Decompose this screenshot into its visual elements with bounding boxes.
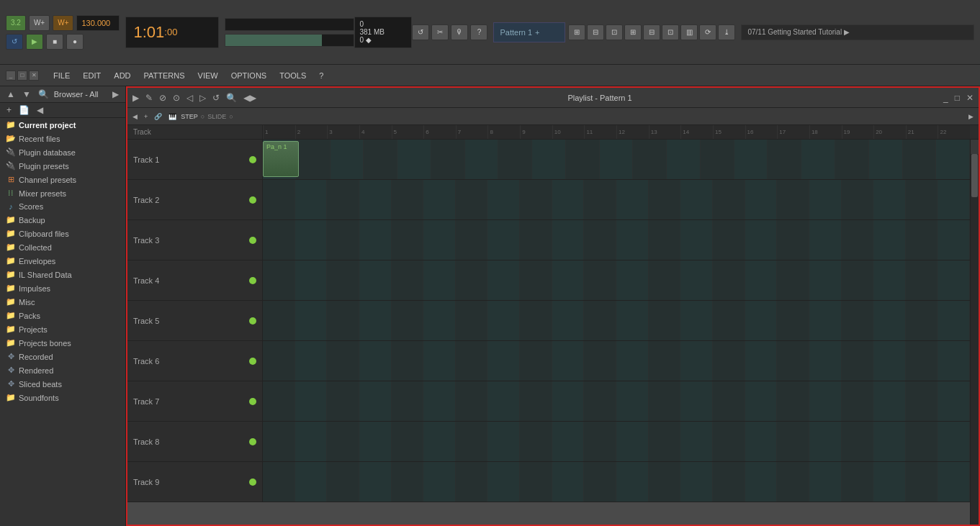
track-5-label[interactable]: Track 5: [127, 301, 263, 340]
pl-erase-btn[interactable]: ⊘: [157, 90, 168, 106]
menu-help[interactable]: ?: [313, 68, 329, 83]
sidebar-item-recent-files[interactable]: 📂 Recent files: [0, 132, 125, 145]
track-5-cells[interactable]: [263, 301, 970, 340]
menu-tools[interactable]: TOOLS: [274, 68, 312, 83]
track-7-dot[interactable]: [249, 398, 256, 405]
sidebar-item-sliced-beats[interactable]: ✥ Sliced beats: [0, 377, 125, 391]
track-7-label[interactable]: Track 7: [127, 381, 263, 421]
track-9-label[interactable]: Track 9: [127, 462, 263, 502]
sidebar-item-envelopes[interactable]: 📁 Envelopes: [0, 254, 125, 268]
menu-view[interactable]: VIEW: [192, 68, 224, 83]
sidebar-nav-up[interactable]: ▲: [4, 89, 17, 99]
pl-close-btn[interactable]: ✕: [964, 90, 976, 106]
record-btn[interactable]: ●: [66, 34, 84, 50]
pl-play-btn[interactable]: ▶: [130, 90, 141, 106]
playlist-btn-3[interactable]: ⊡: [606, 24, 623, 40]
pattern-name-display[interactable]: Pattern 1 +: [493, 22, 565, 42]
track-1-cells[interactable]: Pa_n 1: [263, 140, 970, 179]
track-1-dot[interactable]: [249, 156, 256, 163]
play-btn[interactable]: ▶: [26, 34, 43, 50]
sidebar-item-current-project[interactable]: 📁 Current project: [0, 118, 125, 132]
sidebar-file-btn[interactable]: 📄: [17, 105, 32, 115]
master-volume-bar[interactable]: [225, 34, 354, 47]
sidebar-item-plugin-database[interactable]: 🔌 Plugin database: [0, 145, 125, 159]
pl-link-btn[interactable]: 🔗: [152, 109, 164, 124]
pl-add-pattern-btn[interactable]: +: [142, 109, 150, 124]
track-4-dot[interactable]: [249, 277, 256, 284]
sidebar-item-backup[interactable]: 📁 Backup: [0, 213, 125, 227]
playlist-btn-7[interactable]: ▥: [680, 24, 698, 40]
pl-piano-btn[interactable]: 🎹: [166, 109, 179, 124]
pl-minimize-btn[interactable]: _: [941, 90, 950, 106]
sidebar-item-misc[interactable]: 📁 Misc: [0, 295, 125, 309]
pl-audio-btn[interactable]: ◀▶: [241, 90, 259, 106]
track-9-cells[interactable]: [263, 462, 970, 502]
track-4-label[interactable]: Track 4: [127, 260, 263, 300]
playlist-btn-1[interactable]: ⊞: [568, 24, 585, 40]
playlist-btn-5[interactable]: ⊟: [643, 24, 660, 40]
track-6-cells[interactable]: [263, 341, 970, 381]
loop-btn[interactable]: ↺: [6, 34, 23, 50]
menu-options[interactable]: OPTIONS: [225, 68, 273, 83]
scrollbar-thumb[interactable]: [971, 154, 978, 197]
track-6-label[interactable]: Track 6: [127, 341, 263, 381]
sidebar-item-plugin-presets[interactable]: 🔌 Plugin presets: [0, 159, 125, 173]
track-3-dot[interactable]: [249, 237, 256, 244]
stop-btn[interactable]: ■: [46, 34, 63, 50]
track-2-cells[interactable]: [263, 180, 970, 219]
pl-left-btn[interactable]: ◁: [184, 90, 195, 106]
scrollbar-up-btn[interactable]: [971, 140, 979, 154]
mic-btn[interactable]: 🎙: [451, 24, 468, 40]
track-1-pattern-block[interactable]: Pa_n 1: [263, 141, 299, 177]
track-3-cells[interactable]: [263, 220, 970, 260]
playlist-btn-2[interactable]: ⊟: [587, 24, 604, 40]
pl-draw-btn[interactable]: ✎: [143, 90, 155, 106]
track-3-label[interactable]: Track 3: [127, 220, 263, 260]
track-5-dot[interactable]: [249, 317, 256, 325]
playlist-btn-4[interactable]: ⊞: [624, 24, 642, 40]
pl-scroll-left-btn[interactable]: ◀: [130, 109, 140, 124]
playlist-btn-6[interactable]: ⊡: [662, 24, 679, 40]
vertical-scrollbar[interactable]: [970, 140, 979, 525]
track-8-label[interactable]: Track 8: [127, 422, 263, 461]
step-checkbox[interactable]: ○: [201, 113, 204, 120]
sidebar-search-btn[interactable]: 🔍: [36, 89, 51, 99]
sidebar-item-recorded[interactable]: ✥ Recorded: [0, 350, 125, 363]
pl-zoom-btn[interactable]: 🔍: [224, 90, 239, 106]
pattern-add-btn[interactable]: +: [535, 28, 539, 37]
track-6-dot[interactable]: [249, 358, 256, 365]
track-2-label[interactable]: Track 2: [127, 180, 263, 219]
playlist-btn-9[interactable]: ⤓: [718, 24, 735, 40]
track-2-dot[interactable]: [249, 196, 256, 204]
track-4-cells[interactable]: [263, 260, 970, 300]
sidebar-item-projects-bones[interactable]: 📁 Projects bones: [0, 336, 125, 350]
sidebar-nav-down[interactable]: ▼: [20, 89, 33, 99]
menu-edit[interactable]: EDIT: [77, 68, 107, 83]
refresh-btn[interactable]: ↺: [412, 24, 429, 40]
slide-checkbox[interactable]: ○: [229, 113, 233, 120]
track-8-dot[interactable]: [249, 438, 256, 445]
cut-btn[interactable]: ✂: [431, 24, 449, 40]
sidebar-item-packs[interactable]: 📁 Packs: [0, 309, 125, 322]
track-8-cells[interactable]: [263, 422, 970, 461]
song-mode-btn[interactable]: W+: [29, 15, 50, 31]
sidebar-item-rendered[interactable]: ✥ Rendered: [0, 363, 125, 377]
sidebar-item-channel-presets[interactable]: ⊞ Channel presets: [0, 173, 125, 186]
win-restore-btn[interactable]: □: [17, 71, 27, 81]
pl-loop-btn[interactable]: ↺: [210, 90, 222, 106]
master-pitch-bar[interactable]: [225, 18, 354, 31]
pl-scroll-right-btn[interactable]: ▶: [966, 109, 976, 124]
sidebar-add-btn[interactable]: +: [4, 105, 14, 115]
rec-mode-btn[interactable]: 3.2: [6, 15, 26, 31]
pl-restore-btn[interactable]: □: [953, 90, 962, 106]
sidebar-item-mixer-presets[interactable]: ⁞⁞ Mixer presets: [0, 186, 125, 200]
sidebar-arrow-btn[interactable]: ◀: [35, 105, 45, 115]
help-btn[interactable]: ?: [470, 24, 487, 40]
menu-add[interactable]: ADD: [108, 68, 136, 83]
track-1-label[interactable]: Track 1: [127, 140, 263, 179]
sidebar-item-scores[interactable]: ♪ Scores: [0, 200, 125, 213]
pl-select-btn[interactable]: ⊙: [171, 90, 182, 106]
sidebar-item-il-shared-data[interactable]: 📁 IL Shared Data: [0, 268, 125, 281]
playlist-btn-8[interactable]: ⟳: [699, 24, 716, 40]
sidebar-item-projects[interactable]: 📁 Projects: [0, 322, 125, 336]
